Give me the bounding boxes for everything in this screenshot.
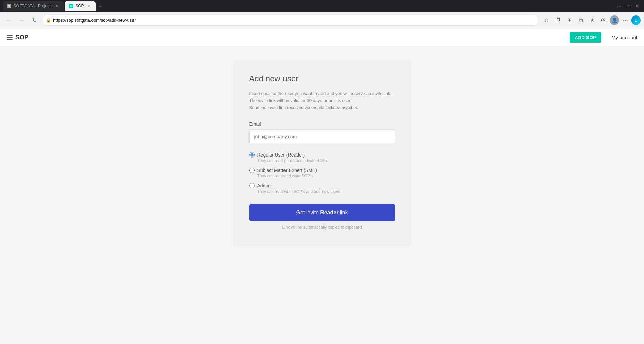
restore-button[interactable]: ▭	[624, 3, 633, 9]
role-label-reader[interactable]: Regular User (Reader)	[249, 152, 395, 158]
role-desc-admin: They can read/write SOP's and add new us…	[257, 189, 395, 194]
favorites-button[interactable]: ★	[587, 15, 598, 26]
url-text: https://sop.softgata.com/sop/add-new-use…	[53, 18, 535, 23]
add-user-card: Add new user Insert email of the user yo…	[233, 61, 411, 246]
close-button[interactable]: ✕	[633, 3, 641, 9]
tab-close-softgata[interactable]: ✕	[54, 3, 60, 9]
reload-button[interactable]: ↻	[29, 15, 40, 26]
submit-btn-role: Reader	[320, 210, 338, 216]
window-controls: ─ ▭ ✕	[615, 3, 641, 10]
hamburger-line-1	[7, 35, 13, 36]
tab-label-softgata: SOFTGATA - Projects	[13, 4, 52, 8]
role-name-sme: Subject Matter Expert (SME)	[257, 168, 317, 173]
email-input[interactable]	[249, 129, 395, 144]
role-radio-admin[interactable]	[249, 183, 255, 188]
hamburger-line-3	[7, 39, 13, 40]
role-radio-group: Regular User (Reader) They can read publ…	[249, 152, 395, 194]
minimize-button[interactable]: ─	[615, 3, 623, 10]
role-label-admin[interactable]: Admin	[249, 183, 395, 188]
role-name-reader: Regular User (Reader)	[257, 152, 305, 158]
tab-close-sop[interactable]: ✕	[86, 3, 91, 9]
submit-btn-suffix: link	[340, 210, 348, 216]
card-title: Add new user	[249, 74, 395, 83]
history-button[interactable]: ⏱	[553, 15, 563, 26]
role-desc-sme: They can read and write SOP's	[257, 174, 395, 178]
split-button[interactable]: ⧉	[575, 15, 586, 26]
my-account-link[interactable]: My account	[611, 35, 637, 40]
lock-icon: 🔒	[46, 18, 51, 23]
tab-softgata-projects[interactable]: S SOFTGATA - Projects ✕	[3, 1, 64, 11]
description-line-2: The invite link will be valid for 30 day…	[249, 98, 353, 103]
app-title: SOP	[15, 34, 28, 41]
tab-bar: S SOFTGATA - Projects ✕ S SOP ✕ +	[3, 1, 613, 11]
submit-btn-prefix: Get invite	[296, 210, 319, 216]
role-radio-reader[interactable]	[249, 152, 255, 158]
more-button[interactable]: ⋯	[620, 15, 631, 26]
role-radio-sme[interactable]	[249, 168, 255, 173]
description-line-3: Send the invite link received via email/…	[249, 105, 358, 110]
browser-toolbar-icons: ☆ ⏱ ⊞ ⧉ ★ 🛍 👤 ⋯ E	[541, 15, 641, 26]
role-desc-reader: They can read public and private SOP's	[257, 158, 395, 163]
new-tab-button[interactable]: +	[96, 2, 106, 11]
address-bar[interactable]: 🔒 https://sop.softgata.com/sop/add-new-u…	[42, 15, 539, 26]
role-label-sme[interactable]: Subject Matter Expert (SME)	[249, 168, 395, 173]
role-option-admin: Admin They can read/write SOP's and add …	[249, 183, 395, 194]
forward-button[interactable]: →	[16, 15, 27, 26]
tab-label-sop: SOP	[75, 4, 84, 8]
tab-sop[interactable]: S SOP ✕	[65, 1, 95, 11]
back-button[interactable]: ←	[3, 15, 14, 26]
profile-button[interactable]: 👤	[610, 15, 619, 25]
role-option-reader: Regular User (Reader) They can read publ…	[249, 152, 395, 163]
hamburger-line-2	[7, 37, 13, 38]
browser-chrome: S SOFTGATA - Projects ✕ S SOP ✕ + ─ ▭ ✕	[0, 0, 644, 12]
app-header: SOP ADD SOP My account	[0, 28, 644, 47]
add-sop-button[interactable]: ADD SOP	[570, 32, 602, 43]
workspaces-button[interactable]: ⊞	[564, 15, 575, 26]
edge-icon[interactable]: E	[631, 15, 641, 25]
bookmark-button[interactable]: ☆	[541, 15, 552, 26]
hamburger-icon[interactable]	[7, 35, 13, 40]
role-name-admin: Admin	[257, 183, 271, 188]
get-invite-link-button[interactable]: Get invite Reader link	[249, 204, 395, 221]
tab-favicon-softgata: S	[7, 4, 11, 8]
browser-shopping-button[interactable]: 🛍	[598, 15, 609, 26]
main-content: Add new user Insert email of the user yo…	[0, 47, 644, 344]
description-line-1: Insert email of the user you want to add…	[249, 91, 391, 96]
clipboard-note: Link will be automatically copied to cli…	[249, 225, 395, 230]
app-logo: SOP	[7, 34, 28, 41]
card-description: Insert email of the user you want to add…	[249, 90, 395, 111]
role-option-sme: Subject Matter Expert (SME) They can rea…	[249, 168, 395, 178]
email-label: Email	[249, 121, 395, 127]
tab-favicon-sop: S	[69, 4, 73, 8]
address-bar-row: ← → ↻ 🔒 https://sop.softgata.com/sop/add…	[0, 12, 644, 28]
